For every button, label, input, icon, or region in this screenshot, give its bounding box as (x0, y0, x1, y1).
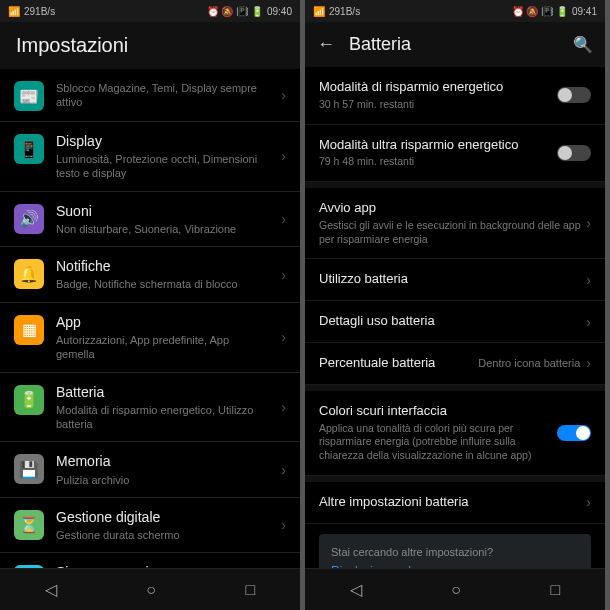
settings-screen: 📶 291B/s ⏰ 🔕 📳 🔋 09:40 Impostazioni 📰 Sb… (0, 0, 300, 610)
item-title: Gestione digitale (56, 508, 269, 526)
chevron-right-icon: › (586, 314, 591, 330)
nav-home[interactable]: ○ (146, 581, 156, 599)
hint-box: Stai cercando altre impostazioni? Risolu… (319, 534, 591, 568)
status-bar: 📶 291B/s ⏰ 🔕 📳 🔋 09:40 (0, 0, 300, 22)
battery-row[interactable]: Percentuale batteria Dentro icona batter… (305, 343, 605, 385)
signal-icon: 📶 (313, 6, 325, 17)
nav-bar: ◁ ○ □ (305, 568, 605, 610)
settings-item-storage[interactable]: 💾 Memoria Pulizia archivio › (0, 442, 300, 497)
battery-row[interactable]: Utilizzo batteria › (305, 259, 605, 301)
chevron-right-icon: › (586, 215, 591, 231)
item-subtitle: Luminosità, Protezione occhi, Dimensioni… (56, 152, 269, 181)
item-title: Notifiche (56, 257, 269, 275)
magazine-icon: 📰 (14, 81, 44, 111)
chevron-right-icon: › (281, 87, 286, 103)
row-subtitle: Gestisci gli avvii e le esecuzioni in ba… (319, 219, 586, 246)
status-icons: ⏰ 🔕 📳 🔋 (512, 6, 568, 17)
battery-row[interactable]: Altre impostazioni batteria › (305, 482, 605, 524)
row-subtitle: 79 h 48 min. restanti (319, 155, 557, 169)
battery-icon: 🔋 (14, 385, 44, 415)
nav-recent[interactable]: □ (246, 581, 256, 599)
settings-item-digital[interactable]: ⏳ Gestione digitale Gestione durata sche… (0, 498, 300, 553)
net-speed: 291B/s (24, 6, 55, 17)
row-title: Avvio app (319, 200, 586, 217)
chevron-right-icon: › (586, 272, 591, 288)
hint-title: Stai cercando altre impostazioni? (331, 546, 579, 558)
chevron-right-icon: › (281, 148, 286, 164)
storage-icon: 💾 (14, 454, 44, 484)
settings-item-display[interactable]: 📱 Display Luminosità, Protezione occhi, … (0, 122, 300, 192)
row-subtitle: Applica una tonalità di colori più scura… (319, 422, 557, 463)
settings-list[interactable]: 📰 Sblocco Magazine, Temi, Display sempre… (0, 69, 300, 568)
row-title: Altre impostazioni batteria (319, 494, 586, 511)
row-value: Dentro icona batteria (478, 357, 580, 369)
toggle-switch[interactable] (557, 87, 591, 103)
page-title: Impostazioni (16, 34, 284, 57)
status-icons: ⏰ 🔕 📳 🔋 (207, 6, 263, 17)
digital-icon: ⏳ (14, 510, 44, 540)
clock: 09:40 (267, 6, 292, 17)
row-title: Modalità ultra risparmio energetico (319, 137, 557, 154)
item-subtitle: Autorizzazioni, App predefinite, App gem… (56, 333, 269, 362)
row-subtitle: 30 h 57 min. restanti (319, 98, 557, 112)
chevron-right-icon: › (281, 329, 286, 345)
battery-screen: 📶 291B/s ⏰ 🔕 📳 🔋 09:41 ← Batteria 🔍 Moda… (305, 0, 605, 610)
back-button[interactable]: ← (317, 34, 335, 55)
item-title: Memoria (56, 452, 269, 470)
row-title: Dettagli uso batteria (319, 313, 586, 330)
row-title: Colori scuri interfaccia (319, 403, 557, 420)
search-button[interactable]: 🔍 (573, 35, 593, 54)
item-subtitle: Badge, Notifiche schermata di blocco (56, 277, 269, 291)
battery-row[interactable]: Colori scuri interfaccia Applica una ton… (305, 391, 605, 476)
settings-item-sound[interactable]: 🔊 Suoni Non disturbare, Suoneria, Vibraz… (0, 192, 300, 247)
chevron-right-icon: › (586, 355, 591, 371)
row-title: Utilizzo batteria (319, 271, 586, 288)
signal-icon: 📶 (8, 6, 20, 17)
settings-item-notif[interactable]: 🔔 Notifiche Badge, Notifiche schermata d… (0, 247, 300, 302)
item-title: Display (56, 132, 269, 150)
sound-icon: 🔊 (14, 204, 44, 234)
nav-back[interactable]: ◁ (45, 580, 57, 599)
item-subtitle: Modalità di risparmio energetico, Utiliz… (56, 403, 269, 432)
item-subtitle: Non disturbare, Suoneria, Vibrazione (56, 222, 269, 236)
row-title: Percentuale batteria (319, 355, 478, 372)
chevron-right-icon: › (281, 399, 286, 415)
settings-item-app[interactable]: ▦ App Autorizzazioni, App predefinite, A… (0, 303, 300, 373)
settings-item-battery[interactable]: 🔋 Batteria Modalità di risparmio energet… (0, 373, 300, 443)
item-subtitle: Gestione durata schermo (56, 528, 269, 542)
settings-item-security[interactable]: 🛡 Sicurezza e privacy Riconoscimento del… (0, 553, 300, 568)
nav-home[interactable]: ○ (451, 581, 461, 599)
chevron-right-icon: › (586, 494, 591, 510)
battery-row[interactable]: Modalità ultra risparmio energetico 79 h… (305, 125, 605, 183)
battery-list[interactable]: Modalità di risparmio energetico 30 h 57… (305, 67, 605, 568)
battery-row[interactable]: Dettagli uso batteria › (305, 301, 605, 343)
item-title: Batteria (56, 383, 269, 401)
header: ← Batteria 🔍 (305, 22, 605, 67)
nav-bar: ◁ ○ □ (0, 568, 300, 610)
toggle-switch[interactable] (557, 145, 591, 161)
item-subtitle: Sblocco Magazine, Temi, Display sempre a… (56, 81, 269, 110)
toggle-switch[interactable] (557, 425, 591, 441)
battery-row[interactable]: Avvio app Gestisci gli avvii e le esecuz… (305, 188, 605, 259)
nav-recent[interactable]: □ (551, 581, 561, 599)
status-bar: 📶 291B/s ⏰ 🔕 📳 🔋 09:41 (305, 0, 605, 22)
notif-icon: 🔔 (14, 259, 44, 289)
chevron-right-icon: › (281, 462, 286, 478)
app-icon: ▦ (14, 315, 44, 345)
nav-back[interactable]: ◁ (350, 580, 362, 599)
display-icon: 📱 (14, 134, 44, 164)
chevron-right-icon: › (281, 267, 286, 283)
chevron-right-icon: › (281, 211, 286, 227)
net-speed: 291B/s (329, 6, 360, 17)
item-subtitle: Pulizia archivio (56, 473, 269, 487)
header: Impostazioni (0, 22, 300, 69)
clock: 09:41 (572, 6, 597, 17)
item-title: App (56, 313, 269, 331)
settings-item-magazine[interactable]: 📰 Sblocco Magazine, Temi, Display sempre… (0, 69, 300, 122)
item-title: Suoni (56, 202, 269, 220)
row-title: Modalità di risparmio energetico (319, 79, 557, 96)
chevron-right-icon: › (281, 517, 286, 533)
page-title: Batteria (349, 34, 559, 55)
battery-row[interactable]: Modalità di risparmio energetico 30 h 57… (305, 67, 605, 125)
